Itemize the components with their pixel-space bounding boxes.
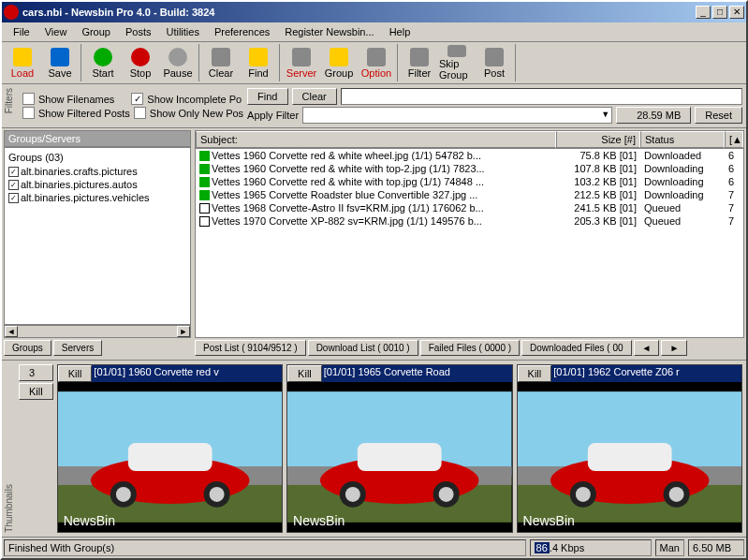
show-only-new-checkbox[interactable]: [134, 107, 146, 119]
thumb-count: 3: [19, 364, 53, 381]
pause-button[interactable]: Pause: [159, 44, 197, 81]
clear-button[interactable]: Clear: [202, 44, 240, 81]
kill-all-button[interactable]: Kill: [19, 383, 53, 400]
mb-button[interactable]: 28.59 MB: [616, 107, 691, 124]
watermark: NewsBin: [64, 513, 115, 528]
clear-button[interactable]: Clear: [292, 88, 337, 105]
group-checkbox[interactable]: ✓: [8, 193, 19, 203]
filter-button[interactable]: Filter: [401, 44, 438, 81]
posts-listview[interactable]: Subject: Size [#] Status [▲ Vettes 1960 …: [195, 130, 744, 338]
apply-filter-label: Apply Filter: [247, 110, 299, 121]
col-last[interactable]: [▲: [725, 131, 743, 148]
thumbnails-panel: Thumbnails 3 Kill Kill[01/01] 1960 Corve…: [2, 360, 746, 537]
menu-group[interactable]: Group: [74, 24, 118, 39]
tab-groups[interactable]: Groups: [4, 340, 51, 356]
post-tab-3[interactable]: Downloaded Files ( 00: [521, 340, 632, 356]
post-tab-0[interactable]: Post List ( 9104/9512 ): [195, 340, 306, 356]
menu-registernewsbin[interactable]: Register Newsbin...: [277, 24, 381, 39]
load-icon: [13, 48, 32, 66]
scroll-right-icon[interactable]: ►: [177, 326, 190, 337]
load-button[interactable]: Load: [4, 44, 41, 81]
col-subject[interactable]: Subject:: [196, 131, 556, 148]
thumbnail-1[interactable]: Kill[01/01] 1965 Corvette RoadNewsBin: [286, 364, 512, 533]
groups-count: Groups (03): [7, 150, 188, 165]
thumb-title: [01/01] 1962 Corvette Z06 r: [551, 365, 741, 382]
maximize-button[interactable]: □: [712, 6, 727, 19]
group-item[interactable]: ✓alt.binaries.crafts.pictures: [7, 165, 188, 178]
status-man: Man: [655, 539, 684, 556]
tab-scroll-right[interactable]: ►: [661, 340, 687, 356]
posts-panel: Subject: Size [#] Status [▲ Vettes 1960 …: [195, 130, 744, 358]
start-icon: [94, 48, 112, 66]
group-checkbox[interactable]: ✓: [8, 180, 19, 190]
option-icon: [367, 48, 386, 66]
table-row[interactable]: Vettes 1960 Corvette red & white wheel.j…: [196, 149, 743, 162]
show-incomplete-checkbox[interactable]: [131, 93, 143, 105]
show-filtered-checkbox[interactable]: [22, 107, 35, 119]
status-icon: [199, 190, 210, 200]
save-button[interactable]: Save: [41, 44, 79, 81]
close-button[interactable]: ✕: [729, 6, 744, 19]
start-button[interactable]: Start: [84, 44, 122, 81]
kill-button[interactable]: Kill: [58, 365, 93, 382]
kill-button[interactable]: Kill: [287, 365, 322, 382]
tab-servers[interactable]: Servers: [53, 340, 102, 356]
status-icon: [199, 164, 210, 174]
app-icon: [4, 5, 19, 20]
kill-button[interactable]: Kill: [518, 365, 552, 382]
find-button[interactable]: Find: [240, 44, 277, 81]
menu-help[interactable]: Help: [382, 24, 418, 39]
scroll-left-icon[interactable]: ◄: [5, 326, 18, 337]
groups-panel: Groups/Servers Groups (03) ✓alt.binaries…: [4, 130, 191, 358]
save-icon: [51, 48, 69, 66]
col-status[interactable]: Status: [640, 131, 725, 148]
show-filenames-checkbox[interactable]: [22, 93, 35, 105]
table-row[interactable]: Vettes 1970 Corvette XP-882 sv=KRM.jpg (…: [196, 214, 743, 228]
show-incomplete-label: Show Incomplete Po: [147, 94, 242, 105]
filters-side-label: Filters: [4, 88, 14, 113]
table-row[interactable]: Vettes 1965 Corvette Roadster blue Conve…: [196, 188, 743, 201]
filter-bar: Filters Show Filenames Show Incomplete P…: [2, 84, 746, 128]
find-button[interactable]: Find: [247, 88, 287, 105]
svg-point-8: [209, 487, 224, 502]
post-tab-2[interactable]: Failed Files ( 0000 ): [420, 340, 520, 356]
col-size[interactable]: Size [#]: [556, 131, 640, 148]
svg-point-17: [439, 487, 454, 502]
filter-icon: [410, 48, 429, 66]
menu-preferences[interactable]: Preferences: [207, 24, 277, 39]
groups-header: Groups/Servers: [4, 130, 191, 147]
minimize-button[interactable]: _: [696, 6, 711, 19]
server-button[interactable]: Server: [283, 44, 320, 81]
menu-file[interactable]: File: [6, 24, 37, 39]
menu-view[interactable]: View: [37, 24, 75, 39]
table-row[interactable]: Vettes 1960 Corvette red & white with to…: [196, 175, 743, 188]
table-row[interactable]: Vettes 1960 Corvette red & white with to…: [196, 162, 743, 175]
post-tabs: Post List ( 9104/9512 )Download List ( 0…: [195, 338, 744, 358]
menu-utilities[interactable]: Utilities: [158, 24, 206, 39]
apply-filter-dropdown[interactable]: [302, 107, 612, 124]
show-only-new-label: Show Only New Pos: [150, 108, 243, 119]
stop-button[interactable]: Stop: [122, 44, 159, 81]
skip-group-button[interactable]: Skip Group: [438, 44, 476, 81]
find-input[interactable]: [341, 88, 742, 105]
server-icon: [292, 48, 311, 66]
thumbnail-2[interactable]: Kill[01/01] 1962 Corvette Z06 rNewsBin: [517, 364, 742, 533]
reset-button[interactable]: Reset: [695, 107, 742, 124]
thumb-image: [58, 382, 282, 532]
post-tab-1[interactable]: Download List ( 0010 ): [308, 340, 418, 356]
group-checkbox[interactable]: ✓: [8, 167, 19, 177]
option-button[interactable]: Option: [358, 44, 395, 81]
group-item[interactable]: ✓alt.binaries.pictures.vehicles: [7, 191, 188, 204]
pause-icon: [169, 48, 187, 66]
group-button[interactable]: Group: [320, 44, 358, 81]
groups-scrollbar[interactable]: ◄ ►: [4, 325, 191, 338]
menu-posts[interactable]: Posts: [118, 24, 159, 39]
tab-scroll-left[interactable]: ◄: [634, 340, 660, 356]
thumbnail-0[interactable]: Kill[01/01] 1960 Corvette red vNewsBin: [57, 364, 283, 533]
table-row[interactable]: Vettes 1968 Corvette-Astro II fsv=KRM.jp…: [196, 201, 743, 214]
thumb-title: [01/01] 1965 Corvette Road: [322, 365, 512, 382]
svg-point-15: [345, 487, 360, 502]
group-item[interactable]: ✓alt.binaries.pictures.autos: [7, 178, 188, 191]
post-icon: [485, 48, 504, 66]
post-button[interactable]: Post: [476, 44, 513, 81]
